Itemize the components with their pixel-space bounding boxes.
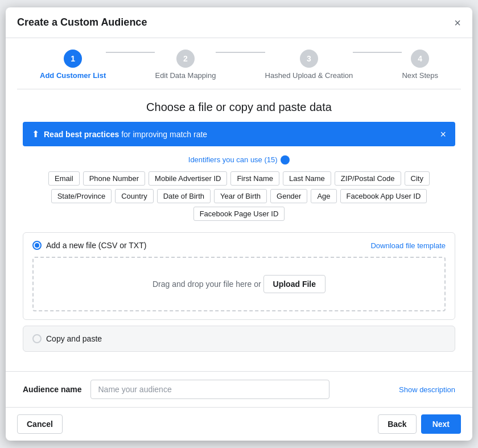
tag-phone: Phone Number — [83, 171, 145, 186]
info-icon[interactable]: i — [281, 155, 290, 165]
tag-fb-page-user-id: Facebook Page User ID — [193, 207, 285, 221]
step-2: 2 Edit Data Mapping — [155, 50, 216, 80]
audience-name-row: Audience name Show description — [6, 371, 472, 407]
tag-age: Age — [311, 189, 336, 203]
file-option-text: Add a new file (CSV or TXT) — [46, 241, 146, 250]
paste-radio-btn[interactable] — [32, 334, 42, 343]
upload-drop-zone[interactable]: Drag and drop your file here or Upload F… — [32, 257, 446, 311]
modal-close-button[interactable]: × — [454, 17, 461, 28]
modal-title: Create a Custom Audience — [17, 17, 147, 28]
identifiers-count: (15) — [264, 155, 277, 164]
tags-container: Email Phone Number Mobile Advertiser ID … — [23, 171, 455, 221]
modal-container: Create a Custom Audience × 1 Add Custome… — [6, 7, 472, 441]
paste-option-text: Copy and paste — [46, 334, 102, 343]
modal-header: Create a Custom Audience × — [6, 7, 472, 38]
tag-zip: ZIP/Postal Code — [335, 171, 401, 186]
paste-option-label: Copy and paste — [32, 334, 446, 343]
banner-icon: ⬆ — [32, 129, 39, 139]
step-2-label: Edit Data Mapping — [155, 71, 216, 80]
step-1-circle: 1 — [64, 50, 82, 68]
tag-city: City — [405, 171, 430, 186]
modal-footer: Cancel Back Next — [6, 407, 472, 441]
connector-3-4 — [353, 52, 402, 53]
identifiers-label: Identifiers you can use — [188, 155, 262, 164]
file-radio-btn[interactable] — [32, 241, 42, 250]
file-upload-card: Add a new file (CSV or TXT) Download fil… — [23, 232, 455, 320]
banner-bold-text: Read best practices — [44, 130, 119, 139]
step-3: 3 Hashed Upload & Creation — [265, 50, 353, 80]
file-option-header: Add a new file (CSV or TXT) Download fil… — [32, 241, 446, 250]
next-button[interactable]: Next — [421, 414, 461, 434]
upload-hint-text: Drag and drop your file here or — [153, 280, 261, 289]
tag-mobile-advertiser-id: Mobile Advertiser ID — [149, 171, 227, 186]
step-3-circle: 3 — [300, 50, 318, 68]
step-4: 4 Next Steps — [402, 50, 438, 80]
banner-close-button[interactable]: × — [440, 129, 446, 139]
tag-gender: Gender — [270, 189, 307, 203]
audience-name-input[interactable] — [90, 380, 329, 399]
tag-state: State/Province — [51, 189, 112, 203]
step-1-label: Add Customer List — [40, 71, 106, 80]
section-title: Choose a file or copy and paste data — [23, 101, 455, 114]
tag-first-name: First Name — [230, 171, 279, 186]
tag-yob: Year of Birth — [214, 189, 267, 203]
connector-2-3 — [216, 52, 265, 53]
back-button[interactable]: Back — [378, 414, 416, 434]
tag-fb-app-user-id: Facebook App User ID — [340, 189, 427, 203]
primary-actions: Back Next — [378, 414, 461, 434]
banner-text: ⬆ Read best practices for improving matc… — [32, 129, 207, 139]
identifiers-row: Identifiers you can use (15) i — [23, 155, 455, 165]
modal-body: Choose a file or copy and paste data ⬆ R… — [6, 89, 472, 371]
upload-file-button[interactable]: Upload File — [263, 275, 325, 293]
step-4-circle: 4 — [411, 50, 429, 68]
cancel-button[interactable]: Cancel — [17, 414, 63, 434]
stepper: 1 Add Customer List 2 Edit Data Mapping … — [6, 38, 472, 89]
download-template-link[interactable]: Download file template — [370, 241, 446, 250]
step-1: 1 Add Customer List — [40, 50, 106, 80]
tag-email: Email — [48, 171, 80, 186]
step-3-label: Hashed Upload & Creation — [265, 71, 353, 80]
tag-country: Country — [115, 189, 154, 203]
step-4-label: Next Steps — [402, 71, 438, 80]
tag-dob: Date of Birth — [157, 189, 211, 203]
audience-name-label: Audience name — [23, 385, 81, 394]
file-option-label: Add a new file (CSV or TXT) — [32, 241, 146, 250]
info-banner: ⬆ Read best practices for improving matc… — [23, 122, 455, 146]
banner-suffix-text: for improving match rate — [121, 130, 207, 139]
tag-last-name: Last Name — [283, 171, 331, 186]
show-description-link[interactable]: Show description — [399, 385, 455, 394]
paste-option-card: Copy and paste — [23, 326, 455, 352]
step-2-circle: 2 — [176, 50, 195, 68]
connector-1-2 — [106, 52, 155, 53]
